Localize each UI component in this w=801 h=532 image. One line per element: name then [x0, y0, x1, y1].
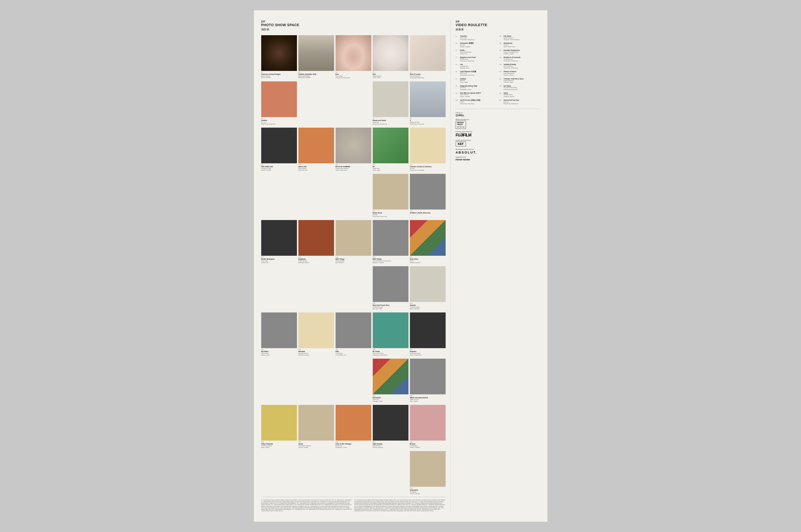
photo-thumbnail [373, 174, 408, 210]
photo-title: Ha [373, 166, 408, 168]
video-title: Untitled [460, 78, 468, 80]
photo-number: T11 [336, 164, 371, 166]
photo-thumbnail [373, 128, 408, 163]
follow-handle: @dtby_ [455, 114, 540, 117]
photo-item: T22 Raúl from Puerto Rico Camille Roussa… [373, 266, 408, 309]
follow-label: Follow us [455, 112, 540, 114]
video-item: V16 Phases of Dance Iveta KarpathyovaTor… [499, 71, 540, 76]
video-number: V7 [455, 78, 459, 80]
video-info: 7:00 AM - 5:00 PM to Taner Suguru Takeuc… [504, 78, 524, 83]
photo-item: T18 Bog/Ends Oscar RendonMonterrey, Mexi… [298, 220, 334, 263]
photo-row-1b: T6 Untitled a_n_n_aHong Kong, Hong Kong … [261, 81, 446, 125]
photo-thumbnail [298, 312, 334, 348]
photo-artist: Lawrence CortezToronto, Canada [261, 168, 297, 171]
photo-artist: Gideon de KockHong Kong, Hong Kong [410, 121, 446, 125]
photo-row-4b: T28 Hometown Hailun MaShanghai, China T2… [261, 359, 446, 402]
photo-number: T28 [373, 395, 408, 397]
photo-number: T4 [373, 72, 408, 73]
photo-item: T32 Used To Be Teenager Halmin DaiGuangz… [336, 405, 371, 448]
photo-item: T28 Hometown Hailun MaShanghai, China [373, 359, 408, 402]
video-artist: Suguru TakeuchiFukuoka, Japan [504, 80, 524, 83]
video-title-en: VIDEO ROULETTE [455, 23, 540, 27]
video-title: Untitled (Follow) [504, 63, 518, 65]
photo-number: T34 [410, 441, 446, 443]
video-artist: Bow NaSydney, Australia [460, 44, 474, 48]
video-item: V17 7:00 AM - 5:00 PM to Taner Suguru Ta… [499, 78, 540, 83]
photo-thumbnail [373, 266, 408, 302]
photo-item: T4 Red Takashi OkuraTokyo, Japan [373, 35, 408, 78]
photo-number: T32 [336, 441, 371, 443]
video-number: V5 [455, 64, 459, 65]
photo-title: Jacob [298, 443, 334, 445]
photo-row-2: T9 SUN JUNG LEE Lawrence CortezToronto, … [261, 128, 446, 171]
photo-item: T17 Strobe Newington Oscar ClykLondon, U… [261, 220, 297, 263]
video-artist: Busy YuHong Kong, Hong Kong [504, 101, 519, 104]
video-title: Abandoned [504, 42, 515, 44]
fernet-logo: Fernet Hunter [455, 158, 540, 161]
video-item: V7 Untitled ManmaiTokyo, Japan [455, 78, 496, 83]
video-roulette-section: 2/F VIDEO ROULETTE 錄像展 V1 Yasumiei Harry… [451, 20, 540, 512]
photo-thumbnail [410, 405, 446, 440]
video-title: Light Pigment 光充量 [460, 71, 476, 73]
photo-number: T1 [261, 72, 297, 73]
photo-artist: Kyeonghee KangSeoul, South Korea [410, 353, 446, 356]
photo-artist: Oscar RendonMonterrey, Mexico [298, 260, 334, 263]
video-title: Flat Home [504, 35, 520, 37]
photo-floor-label: 2/F [261, 20, 446, 23]
photo-item: T8 3 Gideon de KockHong Kong, Hong Kong [410, 81, 446, 125]
divider [261, 497, 446, 497]
photo-title: Arkadie [410, 304, 446, 306]
photo-thumbnail [261, 405, 297, 440]
photo-section-header: 2/F PHOTO SHOW SPACE 攝影展 [261, 20, 446, 31]
video-item: V2 Chinatown 西環街 Bow NaSydney, Australia [455, 42, 496, 48]
photo-thumbnail [410, 128, 446, 163]
photo-grid-rows: T1 Francois Licking Shotgun Bruce LaBruc… [261, 35, 446, 494]
photo-number: T33 [373, 441, 408, 443]
photo-thumbnail [410, 174, 446, 210]
photo-number: T8 [410, 118, 446, 119]
video-artist: Jordi EstradaSabadell, Spain [460, 65, 470, 69]
photo-thumbnail [373, 220, 408, 256]
photo-title-zh: 攝影展 [261, 27, 446, 31]
photo-thumbnail [410, 451, 446, 487]
photo-artist: Takashi OkuraTokyo, Japan [373, 75, 408, 78]
video-number: V1 [455, 35, 459, 37]
video-artist: Iveta KarpathyovaToronto, Canada [504, 73, 516, 76]
photo-title: Wild Things [373, 258, 408, 260]
photo-artist: Christopher ShermanToronto, Canada [298, 445, 334, 448]
video-number: V20 [499, 99, 503, 101]
photo-title: Kuan Shen [410, 258, 446, 260]
sponsor-absolut: Beverage sponsored by ABSOLUT. [455, 148, 540, 154]
photo-thumbnail [298, 128, 334, 163]
photo-artist: Jean-Paul McMillanMelbourne, Australia [298, 75, 334, 78]
photo-artist: Deon WongHong Kong, Hong Kong [336, 75, 371, 78]
photo-title: Wild Things [336, 258, 371, 260]
video-artist: Choi Ching YeeHong Kong, Hong Kong [504, 65, 518, 69]
video-title: Qingdao Lotus Pond [460, 56, 476, 58]
photo-number: T17 [261, 256, 297, 258]
photo-title: Emamon [410, 350, 446, 353]
photo-item: T6 Untitled a_n_n_aHong Kong, Hong Kong [261, 81, 297, 125]
video-info: Chinatown 西環街 Bow NaSydney, Australia [460, 42, 474, 48]
video-number: V12 [499, 42, 503, 44]
photo-title: SUN JUNG LEE [261, 166, 297, 168]
video-info: Yasumiei Harry ChanHong Kong, Hong Kong [460, 35, 474, 41]
video-artist: ManmaiTokyo, Japan [460, 80, 468, 83]
photo-item: T2 Untitled, Australia, 2016 Jean-Paul M… [298, 35, 334, 78]
photo-item: T13 Customs Known & Unknown Neil DatHong… [410, 128, 446, 171]
photo-number: T2 [298, 72, 334, 73]
photo-number: T15 [410, 210, 446, 212]
video-info: Qingdao Lotus Pond Si Wei LeungHong Kong… [460, 56, 476, 62]
photo-row-1: T1 Francois Licking Shotgun Bruce LaBruc… [261, 35, 446, 78]
photo-number: T30 [261, 441, 297, 443]
photo-item: T5 Duel & Loulou Laurent SegretierHong K… [410, 35, 446, 78]
photo-thumbnail [373, 359, 408, 394]
photo-title: Rowan and Sarah [373, 119, 408, 121]
video-artist: Diana ArbutosadehTehran, Iran [460, 51, 471, 55]
video-title: KOIAL [460, 50, 471, 51]
photo-title: Untitled 1 (Tarifa, Morocco) [410, 212, 446, 214]
video-artist: Don TuongHong Kong, Hong Kong [460, 73, 476, 76]
photo-item: T14 Butier Room Neil DatHong Kong, Hong … [373, 174, 408, 217]
photo-item: T3 Kiss Deon WongHong Kong, Hong Kong [336, 35, 371, 78]
video-title: 7:00 AM - 5:00 PM to Taner [504, 78, 524, 80]
